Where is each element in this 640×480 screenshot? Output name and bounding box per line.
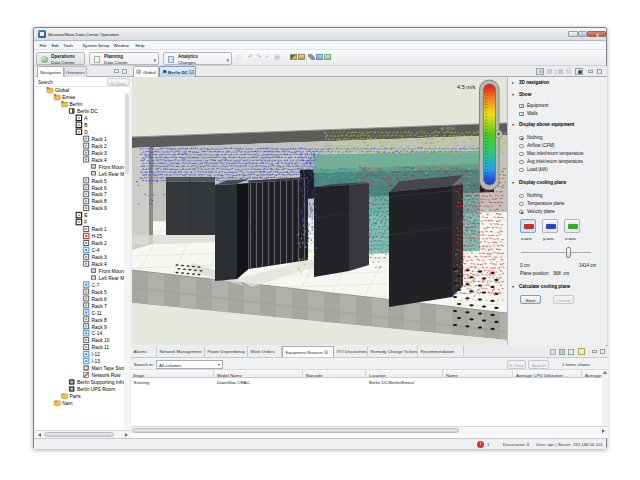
svg-text:C-14: C-14 bbox=[92, 331, 103, 336]
svg-text:Rack 6: Rack 6 bbox=[92, 297, 108, 302]
svg-text:A: A bbox=[84, 116, 88, 121]
svg-text:I-12: I-12 bbox=[92, 352, 101, 357]
svg-text:H-25: H-25 bbox=[92, 234, 103, 239]
svg-text:⊕ time: ⊕ time bbox=[440, 125, 455, 131]
svg-text:F: F bbox=[84, 220, 87, 225]
svg-text:I-13: I-13 bbox=[92, 359, 101, 364]
svg-text:Rack 5: Rack 5 bbox=[92, 290, 108, 295]
svg-text:Paris: Paris bbox=[70, 394, 82, 399]
svg-text:D: D bbox=[84, 130, 88, 135]
svg-text:Rack 9: Rack 9 bbox=[92, 325, 108, 330]
svg-text:Rack 8: Rack 8 bbox=[92, 318, 108, 323]
svg-text:Network Row: Network Row bbox=[92, 373, 122, 378]
svg-text:B: B bbox=[84, 123, 87, 128]
svg-text:Berlin UPS Room: Berlin UPS Room bbox=[77, 387, 115, 392]
svg-text:Rack 3: Rack 3 bbox=[92, 151, 108, 156]
svg-text:Rack 3: Rack 3 bbox=[92, 255, 108, 260]
svg-text:Global: Global bbox=[55, 88, 69, 93]
svg-text:E: E bbox=[84, 213, 88, 218]
svg-text:Rack 11: Rack 11 bbox=[92, 345, 110, 350]
svg-text:C-11: C-11 bbox=[92, 311, 103, 316]
svg-text:Rack 8: Rack 8 bbox=[92, 199, 108, 204]
svg-text:Rack 2: Rack 2 bbox=[92, 241, 108, 246]
svg-text:4.5 m/s: 4.5 m/s bbox=[457, 84, 476, 90]
svg-text:Berlin: Berlin bbox=[70, 102, 83, 107]
svg-text:Rack 4: Rack 4 bbox=[92, 158, 108, 163]
svg-text:Berlin Supporting Infrastru: Berlin Supporting Infrastru bbox=[77, 380, 130, 385]
svg-text:Rack 5: Rack 5 bbox=[92, 179, 108, 184]
svg-text:Rack 4: Rack 4 bbox=[92, 262, 108, 267]
svg-text:Rack 6: Rack 6 bbox=[92, 186, 108, 191]
svg-text:C-7: C-7 bbox=[92, 283, 100, 288]
svg-text:Rack 1: Rack 1 bbox=[92, 137, 108, 142]
svg-text:Rack 7: Rack 7 bbox=[92, 192, 108, 197]
svg-text:Rack 1: Rack 1 bbox=[92, 227, 108, 232]
svg-text:Emea: Emea bbox=[62, 95, 75, 100]
svg-text:Rack 7: Rack 7 bbox=[92, 304, 108, 309]
svg-text:Rack 10: Rack 10 bbox=[92, 338, 110, 343]
svg-text:Nam: Nam bbox=[62, 401, 72, 406]
svg-text:Rack 2: Rack 2 bbox=[92, 144, 108, 149]
svg-text:Rack 9: Rack 9 bbox=[92, 206, 108, 211]
svg-text:C-4: C-4 bbox=[92, 248, 100, 253]
svg-text:Berlin DC: Berlin DC bbox=[77, 109, 98, 114]
